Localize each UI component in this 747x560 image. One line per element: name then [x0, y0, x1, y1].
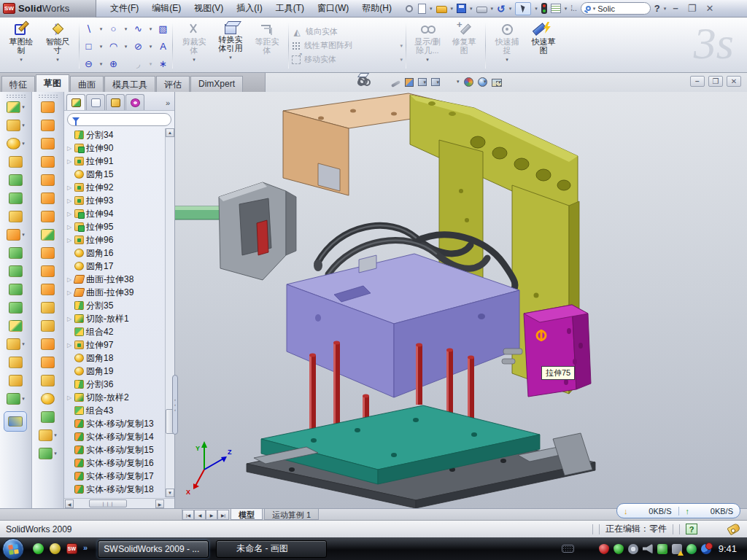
doc-minimize-button[interactable]: −	[690, 76, 705, 87]
quick-launch-icon[interactable]	[33, 543, 44, 554]
configuration-manager-tab[interactable]	[106, 94, 125, 110]
view-tool-button[interactable]	[405, 78, 414, 87]
quick-tips-icon[interactable]: ?	[686, 524, 697, 534]
tree-item[interactable]: ▷ 切除-放样1	[67, 312, 165, 325]
tree-horizontal-scrollbar[interactable]: ◀ ❘❘❘ ▶	[64, 498, 174, 508]
scroll-up-button[interactable]: ▲	[166, 128, 174, 137]
start-button[interactable]	[2, 538, 24, 560]
surface-tool-button[interactable]	[41, 319, 55, 332]
tab-prev-button[interactable]: ◀	[194, 510, 206, 520]
expand-arrow-icon[interactable]: ▷	[67, 289, 72, 296]
feature-tool-button[interactable]	[7, 338, 25, 351]
view-tool-caret[interactable]: ▾	[484, 79, 487, 85]
tags-icon[interactable]	[727, 523, 740, 536]
feature-tool-button[interactable]	[7, 119, 25, 132]
upload-tray-icon[interactable]	[657, 544, 667, 554]
sketch-entity-icon[interactable]: ○	[111, 23, 117, 34]
feature-tool-button[interactable]	[9, 210, 23, 223]
sketch-entity-icon[interactable]: ▾	[150, 61, 152, 67]
view-tool-caret[interactable]: ▾	[457, 79, 460, 85]
surface-tool-button[interactable]	[41, 283, 55, 296]
doc-tab[interactable]: 模型	[231, 509, 263, 520]
surface-tool-button[interactable]	[39, 429, 57, 442]
slide-arm-part[interactable]	[175, 206, 226, 219]
feature-tool-button[interactable]	[7, 392, 25, 405]
new-caret[interactable]: ▾	[430, 6, 433, 12]
save-caret[interactable]: ▾	[470, 6, 473, 12]
restore-button[interactable]: ❐	[685, 3, 700, 14]
taskbar-window-button[interactable]: 未命名 - 画图	[216, 540, 327, 558]
surface-tool-button[interactable]	[41, 192, 55, 205]
surface-tool-button[interactable]	[41, 338, 55, 351]
tree-item[interactable]: ▷ 实体-移动/复制15	[67, 443, 165, 456]
tree-item[interactable]: ▷ 实体-移动/复制16	[67, 456, 165, 470]
feature-tool-button[interactable]	[9, 356, 23, 369]
menu-item[interactable]: 文件(F)	[104, 0, 145, 17]
search-input[interactable]: Solic	[597, 4, 615, 13]
expand-arrow-icon[interactable]: ▷	[67, 276, 72, 283]
tree-item[interactable]: ▷ 分割34	[67, 128, 165, 141]
property-manager-tab[interactable]	[86, 94, 105, 110]
tab-last-button[interactable]: ▶|	[217, 510, 229, 520]
feature-tool-button[interactable]	[9, 192, 23, 205]
surface-tool-button[interactable]	[39, 447, 57, 460]
options-icon[interactable]	[551, 4, 561, 13]
expand-arrow-icon[interactable]: ▷	[67, 237, 72, 244]
pin-icon[interactable]	[406, 5, 413, 12]
new-document-icon[interactable]	[418, 4, 426, 14]
tree-item[interactable]: ▷ 组合42	[67, 325, 165, 338]
slide-clamp-part[interactable]	[219, 182, 296, 280]
feature-tool-button[interactable]	[9, 283, 23, 296]
horizontal-scroll-thumb[interactable]: ❘❘❘	[89, 499, 127, 508]
tree-item[interactable]: ▷ 分割36	[67, 378, 165, 391]
sketch-button[interactable]: 草图绘 制 ▾	[3, 20, 39, 71]
feature-tool-button[interactable]	[7, 101, 25, 114]
clock[interactable]: 9:41	[716, 543, 741, 554]
panel-splitter-handle[interactable]: ‹ ‹ ‹	[172, 375, 178, 435]
command-tab[interactable]: 特征	[1, 76, 35, 92]
view-tool-button[interactable]: ▾	[444, 76, 460, 87]
tree-filter-box[interactable]	[67, 113, 171, 126]
surface-tool-button[interactable]	[41, 356, 55, 369]
toolbar-overflow-icon[interactable]: ⁞..	[570, 4, 576, 12]
rebuild-icon[interactable]	[541, 3, 547, 14]
tree-item[interactable]: ▷ 实体-移动/复制14	[67, 430, 165, 443]
help-icon[interactable]: ?	[654, 3, 660, 14]
quick-launch-icon[interactable]: SW	[66, 543, 77, 554]
tree-item[interactable]: ▷ 实体-移动/复制13	[67, 417, 165, 430]
sketch-entity-icon[interactable]: ▾	[100, 44, 103, 50]
surface-tool-button[interactable]	[41, 301, 55, 314]
tree-item[interactable]: ▷ 切除-放样2	[67, 391, 165, 404]
view-tool-caret[interactable]: ▾	[423, 79, 426, 85]
tree-item[interactable]: ▷ 实体-移动/复制17	[67, 470, 165, 483]
options-caret[interactable]: ▾	[565, 6, 568, 12]
measure-tool-button-pressed[interactable]	[4, 411, 27, 432]
doc-tab[interactable]: 运动算例 1	[264, 509, 319, 520]
smart-dimension-button[interactable]: 智能尺 寸 ▾	[39, 20, 76, 71]
view-tool-button[interactable]: ▾	[418, 78, 427, 86]
dimxpert-manager-tab[interactable]	[125, 94, 144, 110]
surface-tool-button[interactable]	[41, 411, 55, 424]
command-tab[interactable]: 曲面	[70, 76, 104, 92]
sketch-entity-icon[interactable]: ⊕	[109, 58, 117, 69]
undo-caret[interactable]: ▾	[509, 6, 512, 12]
surface-tool-button[interactable]	[41, 374, 55, 387]
doc-close-button[interactable]: ✕	[727, 76, 741, 87]
surface-tool-button[interactable]	[41, 210, 55, 223]
tree-item[interactable]: ▷ 拉伸93	[67, 194, 165, 207]
slider-block-part[interactable]	[524, 305, 591, 397]
tree-item[interactable]: ▷ 拉伸94	[67, 207, 165, 220]
scroll-right-button[interactable]: ▶	[155, 499, 164, 508]
expand-arrow-icon[interactable]: ▷	[67, 394, 72, 401]
sketch-entity-icon[interactable]: ∿	[134, 23, 142, 34]
sketch-entity-icon[interactable]: ∖	[85, 23, 91, 34]
surface-tool-button[interactable]	[41, 246, 55, 260]
taskbar-window-button[interactable]: SW SolidWorks 2009 - ...	[98, 540, 209, 558]
search-caret[interactable]: ▾	[593, 6, 596, 12]
help-caret[interactable]: ▾	[664, 6, 667, 12]
surface-tool-button[interactable]	[41, 101, 55, 114]
view-tool-button[interactable]	[464, 77, 473, 87]
feature-tool-button[interactable]	[9, 319, 23, 332]
scroll-down-button[interactable]: ▼	[166, 489, 174, 497]
sketch-entity-icon[interactable]: ▾	[100, 26, 103, 32]
